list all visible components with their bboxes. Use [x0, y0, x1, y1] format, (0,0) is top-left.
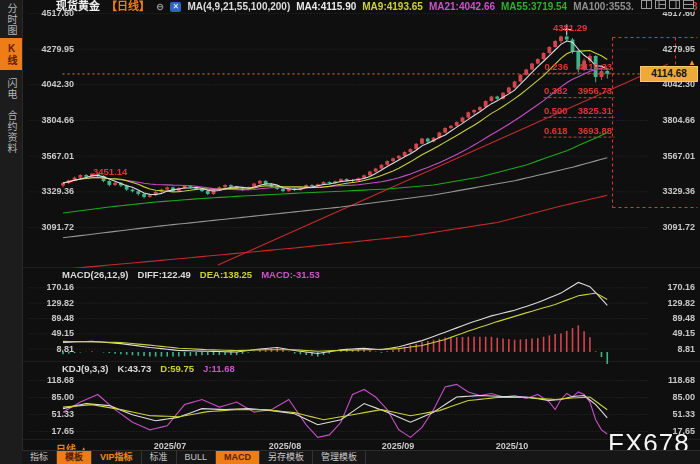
fib-ratio: 0.618 — [544, 125, 568, 136]
macd-diff-value: DIFF:122.49 — [138, 269, 191, 280]
layout-expand-icon[interactable] — [680, 0, 694, 17]
ma-value-2: MA9:4193.65 — [362, 1, 423, 12]
macd-value: MACD:-31.53 — [261, 269, 320, 280]
chart-header: 现货黄金【日线】⊖✕MA(4,9,21,55,100,200)MA4:4115.… — [56, 0, 700, 13]
ma-value-3: MA21:4042.66 — [429, 1, 495, 12]
toolbar-tab-7[interactable]: 另存模板 — [260, 451, 313, 464]
toolbar-tab-5[interactable]: BULL — [177, 451, 217, 464]
macd-right-axis-label: 49.15 — [645, 328, 695, 338]
fib-ratio: 0.236 — [544, 61, 568, 72]
window-layout-icons — [634, 0, 694, 12]
kdj-title: KDJ(9,3,3) — [62, 363, 108, 374]
ma-settings-label[interactable]: MA(4,9,21,55,100,200) — [187, 1, 290, 12]
kdj-right-axis-label: 17.65 — [645, 426, 695, 436]
macd-dea-value: DEA:138.25 — [200, 269, 252, 280]
macd-right-axis-label: 89.48 — [645, 313, 695, 323]
fib-level-0.500: 0.5003825.31 — [500, 105, 612, 116]
left-sidebar: 分时图K线图闪电图合约资料 — [0, 0, 23, 464]
macd-right-axis-label: 129.82 — [645, 298, 695, 308]
macd-right-axis-label: 8.81 — [645, 344, 695, 354]
main-right-axis-label: 3329.36 — [645, 186, 695, 196]
main-left-axis-label: 4042.30 — [24, 79, 74, 89]
fib-ratio: 0.500 — [544, 105, 568, 116]
toolbar-tab-1[interactable]: 指标 — [22, 451, 57, 464]
fib-price: 3956.73 — [578, 85, 612, 96]
sidebar-item-3[interactable]: 闪电图 — [0, 73, 22, 105]
layout-split-icon[interactable] — [638, 0, 652, 17]
ma-value-1: MA4:4115.90 — [296, 1, 356, 12]
price-arrow-icon[interactable]: ▲ — [688, 58, 696, 67]
toolbar-tab-3[interactable]: VIP指标 — [92, 451, 142, 464]
main-right-axis-label: 3567.01 — [645, 151, 695, 161]
ma-value-4: MA55:3719.54 — [501, 1, 567, 12]
kdj-left-axis-label: 17.65 — [24, 426, 74, 436]
macd-right-axis-label: 170.16 — [645, 282, 695, 292]
sidebar-item-4[interactable]: 合约资料 — [0, 108, 22, 156]
macd-panel-header: MACD(26,12,9)DIFF:122.49DEA:138.25MACD:-… — [62, 269, 329, 280]
kdj-right-axis-label: 85.00 — [645, 392, 695, 402]
main-left-axis-label: 3804.66 — [24, 115, 74, 125]
macd-left-axis-label: 129.82 — [24, 298, 74, 308]
fib-level-0.236: 0.2364119.33 — [500, 61, 612, 72]
macd-left-axis-label: 49.15 — [24, 328, 74, 338]
macd-left-axis-label: 170.16 — [24, 282, 74, 292]
period-tag: 【日线】 — [106, 0, 150, 12]
macd-left-axis-label: 8.81 — [24, 344, 74, 354]
main-left-axis-label: 3091.72 — [24, 222, 74, 232]
fib-level-0.618: 0.6183693.88 — [500, 125, 612, 136]
main-right-axis-label: 3804.66 — [645, 115, 695, 125]
bottom-toolbar: 指标模板VIP指标标准BULLMACD另存模板管理模板 — [22, 450, 700, 464]
main-right-axis-label: 4279.95 — [645, 44, 695, 54]
collapse-icon[interactable]: ⊖ — [156, 1, 164, 12]
main-left-axis-label: 4279.95 — [24, 44, 74, 54]
kdj-right-axis-label: 51.33 — [645, 409, 695, 419]
swing-high-annotation: 3451.14 — [93, 166, 127, 177]
fib-price: 3693.88 — [578, 125, 612, 136]
main-right-axis-label: 3091.72 — [645, 222, 695, 232]
ma-remove-icon[interactable]: ✕ — [170, 2, 181, 12]
sidebar-item-1[interactable]: 分时图 — [0, 2, 22, 36]
kdj-panel-header: KDJ(9,3,3)K:43.73D:59.75J:11.68 — [62, 363, 244, 374]
toolbar-tab-4[interactable]: 标准 — [142, 451, 177, 464]
kdj-k-value: K:43.73 — [117, 363, 151, 374]
kdj-j-value: J:11.68 — [203, 363, 235, 374]
symbol-name: 现货黄金 — [56, 0, 100, 12]
main-left-axis-label: 3329.36 — [24, 186, 74, 196]
kdj-d-value: D:59.75 — [160, 363, 194, 374]
fib-ratio: 0.382 — [544, 85, 568, 96]
kdj-left-axis-label: 85.00 — [24, 392, 74, 402]
kdj-right-axis-label: 118.68 — [645, 375, 695, 385]
layout-right-icon[interactable] — [666, 0, 680, 17]
kdj-left-axis-label: 51.33 — [24, 409, 74, 419]
trading-app-window: 分时图K线图闪电图合约资料 现货黄金【日线】⊖✕MA(4,9,21,55,100… — [0, 0, 700, 464]
kdj-left-axis-label: 118.68 — [24, 375, 74, 385]
fib-price: 3825.31 — [578, 105, 612, 116]
fib-price: 4119.33 — [578, 61, 612, 72]
toolbar-tab-2[interactable]: 模板 — [57, 451, 92, 464]
sidebar-item-2[interactable]: K线图 — [0, 38, 22, 70]
toolbar-tab-8[interactable]: 管理模板 — [313, 451, 366, 464]
main-left-axis-label: 3567.01 — [24, 151, 74, 161]
last-price-tag: 4114.68 — [640, 66, 698, 82]
fib-level-0.382: 0.3823956.73 — [500, 85, 612, 96]
toolbar-tab-6[interactable]: MACD — [216, 451, 260, 464]
macd-left-axis-label: 89.48 — [24, 313, 74, 323]
peak-annotation: 4381.29 — [553, 22, 587, 33]
macd-title: MACD(26,12,9) — [62, 269, 129, 280]
layout-left-icon[interactable] — [652, 0, 666, 17]
